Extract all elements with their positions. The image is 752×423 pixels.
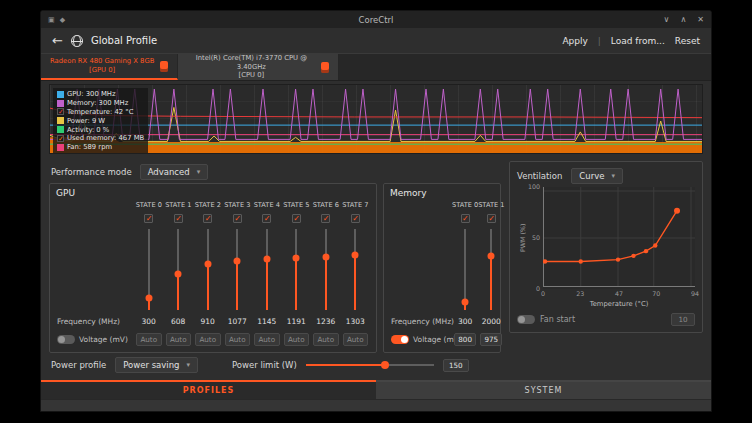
toolbar-action-load-from-[interactable]: Load from... xyxy=(611,36,665,46)
slider-knob[interactable] xyxy=(293,255,300,262)
voltage-value[interactable]: Auto xyxy=(313,333,339,346)
legend-checkbox[interactable] xyxy=(57,117,64,124)
state-checkbox[interactable] xyxy=(292,214,301,223)
fan-curve-point[interactable] xyxy=(579,259,583,263)
voltage-value[interactable]: Auto xyxy=(166,333,192,346)
slider-knob[interactable] xyxy=(145,295,152,302)
voltage-value[interactable]: Auto xyxy=(195,333,221,346)
frequency-slider[interactable] xyxy=(202,227,214,312)
voltage-toggle[interactable] xyxy=(57,335,75,344)
monitor-legend: GPU: 300 MHzMemory: 300 MHz✓Temperature:… xyxy=(53,88,148,154)
memory-box: Memory STATE 0STATE 1Frequency (MHz)3002… xyxy=(383,183,501,353)
power-limit-value[interactable]: 150 xyxy=(443,359,469,372)
frequency-value: 1191 xyxy=(287,317,306,326)
toolbar-actions: Apply|Load from...Reset xyxy=(562,36,700,46)
fan-start-toggle[interactable] xyxy=(517,315,535,324)
minimize-button[interactable]: ∨ xyxy=(664,15,670,24)
slider-knob[interactable] xyxy=(488,252,495,259)
slider-knob[interactable] xyxy=(175,270,182,277)
power-limit-slider[interactable] xyxy=(306,359,434,371)
fan-curve-plot[interactable] xyxy=(543,187,695,289)
toolbar-action-apply[interactable]: Apply xyxy=(562,36,587,46)
device-tab[interactable]: Intel(R) Core(TM) i7-3770 CPU @ 3.40GHz[… xyxy=(178,54,339,80)
state-checkbox[interactable] xyxy=(321,214,330,223)
bottom-tab-profiles[interactable]: PROFILES xyxy=(41,380,376,399)
frequency-slider[interactable] xyxy=(231,227,243,312)
maximize-button[interactable]: ∧ xyxy=(680,15,686,24)
legend-checkbox[interactable] xyxy=(57,126,64,133)
x-tick-label: 23 xyxy=(576,290,584,297)
device-tab[interactable]: Radeon RX 480 Gaming X 8GB[GPU 0] xyxy=(41,54,178,80)
corectrl-window: ▣ ◆ CoreCtrl ∨ ∧ ✕ ← Global Profile Appl… xyxy=(40,10,712,412)
legend-item[interactable]: GPU: 300 MHz xyxy=(57,90,144,99)
toolbar-action-reset[interactable]: Reset xyxy=(675,36,700,46)
fan-curve-point[interactable] xyxy=(631,254,635,258)
legend-item[interactable]: Activity: 0 % xyxy=(57,125,144,134)
slider-fill xyxy=(295,256,297,310)
voltage-value[interactable]: Auto xyxy=(343,333,369,346)
state-checkbox[interactable] xyxy=(174,214,183,223)
state-checkbox[interactable] xyxy=(262,214,271,223)
frequency-slider[interactable] xyxy=(290,227,302,312)
legend-checkbox[interactable]: ✓ xyxy=(57,135,64,142)
back-button[interactable]: ← xyxy=(52,34,63,47)
slider-knob[interactable] xyxy=(234,258,241,265)
voltage-value[interactable]: Auto xyxy=(225,333,251,346)
state-checkbox[interactable] xyxy=(461,214,470,223)
state-checkbox[interactable] xyxy=(203,214,212,223)
power-limit-knob[interactable] xyxy=(381,361,389,369)
profile-indicator-icon xyxy=(321,62,329,73)
ventilation-mode-select[interactable]: Curve xyxy=(571,168,623,184)
legend-checkbox[interactable] xyxy=(57,100,64,107)
fan-curve-point[interactable] xyxy=(653,243,657,247)
voltage-value[interactable]: 975 xyxy=(480,333,502,346)
voltage-value[interactable]: 800 xyxy=(454,333,476,346)
frequency-slider[interactable] xyxy=(320,227,332,312)
frequency-slider[interactable] xyxy=(459,227,471,312)
power-profile-select[interactable]: Power saving xyxy=(115,357,198,373)
gpu-box: GPU STATE 0STATE 1STATE 2STATE 3STATE 4S… xyxy=(49,183,377,353)
titlebar[interactable]: ▣ ◆ CoreCtrl ∨ ∧ ✕ xyxy=(41,11,711,28)
fan-start-label: Fan start xyxy=(540,315,575,324)
performance-mode-select[interactable]: Advanced xyxy=(140,164,209,180)
legend-checkbox[interactable] xyxy=(57,91,64,98)
main-content: Performance mode Advanced GPU STATE 0STA… xyxy=(41,157,711,377)
state-checkbox[interactable] xyxy=(487,214,496,223)
slider-knob[interactable] xyxy=(352,252,359,259)
state-checkbox[interactable] xyxy=(351,214,360,223)
close-button[interactable]: ✕ xyxy=(697,15,704,24)
frequency-slider[interactable] xyxy=(261,227,273,312)
frequency-slider[interactable] xyxy=(349,227,361,312)
slider-knob[interactable] xyxy=(462,298,469,305)
legend-item[interactable]: Power: 9 W xyxy=(57,116,144,125)
fan-curve-point[interactable] xyxy=(543,259,547,263)
bottom-tab-system[interactable]: SYSTEM xyxy=(376,380,711,399)
fan-start-value[interactable]: 10 xyxy=(671,313,695,326)
legend-item[interactable]: ✓Temperature: 42 °C xyxy=(57,108,144,117)
voltage-value[interactable]: Auto xyxy=(136,333,162,346)
legend-item[interactable]: Memory: 300 MHz xyxy=(57,99,144,108)
legend-checkbox[interactable] xyxy=(57,144,64,151)
frequency-slider[interactable] xyxy=(172,227,184,312)
frequency-slider[interactable] xyxy=(143,227,155,312)
left-column: Performance mode Advanced GPU STATE 0STA… xyxy=(49,161,501,377)
frequency-slider[interactable] xyxy=(485,227,497,312)
slider-knob[interactable] xyxy=(322,253,329,260)
slider-knob[interactable] xyxy=(263,256,270,263)
legend-item[interactable]: ✓Used memory: 467 MB xyxy=(57,134,144,143)
voltage-toggle[interactable] xyxy=(391,335,409,344)
monitor-graph[interactable]: GPU: 300 MHzMemory: 300 MHz✓Temperature:… xyxy=(49,84,703,154)
fan-start-row: Fan start 10 xyxy=(517,311,695,328)
fan-curve-point[interactable] xyxy=(644,249,648,253)
state-checkbox[interactable] xyxy=(144,214,153,223)
voltage-value[interactable]: Auto xyxy=(254,333,280,346)
legend-checkbox[interactable]: ✓ xyxy=(57,108,64,115)
toggle-knob xyxy=(58,336,65,343)
slider-knob[interactable] xyxy=(204,261,211,268)
state-checkbox[interactable] xyxy=(233,214,242,223)
voltage-value[interactable]: Auto xyxy=(284,333,310,346)
legend-item[interactable]: Fan: 589 rpm xyxy=(57,143,144,152)
fan-curve-point[interactable] xyxy=(616,257,620,261)
pin-icon[interactable]: ◆ xyxy=(60,15,65,25)
fan-curve-point[interactable] xyxy=(674,208,680,214)
